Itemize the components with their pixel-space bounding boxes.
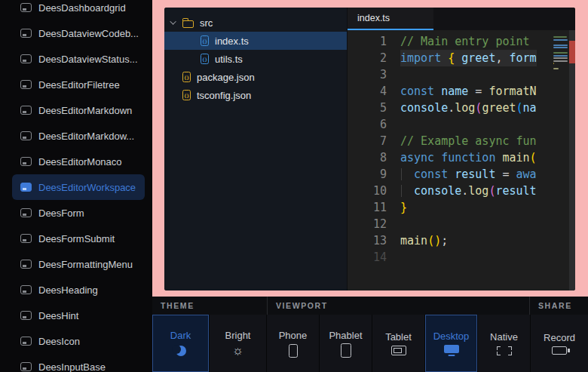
line-number: 10 <box>348 183 387 199</box>
theme-dark-button[interactable]: Dark <box>152 315 210 372</box>
line-number: 14 <box>348 249 387 266</box>
tree-item-package-json[interactable]: {}package.json <box>164 68 347 86</box>
code-token: log <box>455 101 475 115</box>
sidebar-item-deesinputbase[interactable]: DeesInputBase <box>12 354 145 372</box>
sidebar-item-deesdashboardgrid[interactable]: DeesDashboardgrid <box>12 0 145 20</box>
component-sidebar: DeesDashboardgridDeesDataviewCodeb...Dee… <box>0 0 152 372</box>
typescript-file-icon: {} <box>201 35 209 46</box>
json-file-icon: {} <box>182 90 191 100</box>
viewport-desktop-button[interactable]: Desktop <box>425 315 478 372</box>
code-token <box>448 168 455 181</box>
sidebar-item-deesheading[interactable]: DeesHeading <box>12 277 145 303</box>
sidebar-item-deesdataviewstatus[interactable]: DeesDataviewStatus... <box>12 46 145 72</box>
line-number: 8 <box>348 149 387 166</box>
code-token: awa <box>516 168 537 181</box>
minimap-line <box>553 63 554 64</box>
code-token: // Example async fun <box>400 134 537 148</box>
preview-stage: src{}index.ts{}utils.ts{}package.json{}t… <box>152 0 588 297</box>
indent-guide <box>401 168 402 180</box>
viewport-tablet-button[interactable]: Tablet <box>372 315 425 372</box>
sidebar-item-deeshint[interactable]: DeesHint <box>12 303 145 328</box>
code-token: = <box>502 168 509 181</box>
tree-item-tsconfig-json[interactable]: {}tsconfig.json <box>164 86 347 104</box>
code-area: 1// Main entry point2import { greet, for… <box>348 30 575 291</box>
code-text: console.log(result <box>400 183 537 199</box>
minimap[interactable] <box>553 30 569 291</box>
code-token: ( <box>516 101 523 115</box>
tree-item-label: package.json <box>197 72 255 83</box>
component-window-icon <box>20 311 32 320</box>
tree-item-src[interactable]: src <box>164 14 347 32</box>
share-record-button[interactable]: Record <box>531 315 588 372</box>
code-line: 5console.log(greet(na <box>348 100 553 116</box>
sidebar-item-deesform[interactable]: DeesForm <box>12 200 145 226</box>
code-token: const <box>414 168 448 181</box>
minimap-line <box>553 66 568 67</box>
tree-item-index-ts[interactable]: {}index.ts <box>164 32 347 50</box>
sidebar-item-label: DeesEditorWorkspace <box>38 182 136 193</box>
sun-icon <box>231 344 246 358</box>
button-label: Native <box>490 331 518 343</box>
toolbar-section-viewport: VIEWPORT <box>267 297 529 315</box>
sidebar-item-deeseditormonaco[interactable]: DeesEditorMonaco <box>12 149 145 174</box>
sidebar-item-deesdataviewcodeb[interactable]: DeesDataviewCodeb... <box>12 20 145 46</box>
sidebar-item-deeseditormarkdow[interactable]: DeesEditorMarkdow... <box>12 123 145 149</box>
line-number: 2 <box>348 50 387 66</box>
tree-item-utils-ts[interactable]: {}utils.ts <box>164 50 347 68</box>
code-token <box>510 168 516 181</box>
viewport-phablet-button[interactable]: Phablet <box>320 315 372 372</box>
sidebar-item-label: DeesIcon <box>38 336 80 347</box>
code-token: { <box>448 51 455 65</box>
sidebar-item-deesformattingmenu[interactable]: DeesFormattingMenu <box>12 251 145 277</box>
editor-tab-index-ts[interactable]: index.ts <box>348 8 433 30</box>
sidebar-item-deeseditormarkdown[interactable]: DeesEditorMarkdown <box>12 97 145 123</box>
sidebar-item-deeseditorworkspace[interactable]: DeesEditorWorkspace <box>12 174 145 200</box>
code-token: ; <box>441 234 448 247</box>
component-window-icon <box>20 362 32 371</box>
tree-item-label: index.ts <box>215 35 249 47</box>
code-editor[interactable]: 1// Main entry point2import { greet, for… <box>348 30 553 291</box>
sidebar-item-label: DeesEditorMarkdown <box>38 105 132 116</box>
sidebar-item-deeseditorfiletree[interactable]: DeesEditorFiletree <box>12 72 145 97</box>
minimap-line <box>553 36 567 38</box>
button-label: Record <box>544 332 575 343</box>
code-line: 6 <box>348 116 553 133</box>
code-line: 2import { greet, form <box>348 50 553 66</box>
code-token <box>434 151 441 164</box>
sidebar-item-label: DeesEditorMarkdow... <box>38 131 134 142</box>
component-window-icon <box>20 285 32 294</box>
code-token: formatN <box>488 85 536 98</box>
minimap-line <box>553 45 568 46</box>
sidebar-item-deesformsubmit[interactable]: DeesFormSubmit <box>12 226 145 251</box>
code-line: 3 <box>348 66 553 83</box>
minimap-line <box>553 50 568 51</box>
tree-item-label: src <box>200 17 213 29</box>
code-line: 11} <box>348 199 553 216</box>
button-label: Tablet <box>385 331 412 343</box>
code-token: greet <box>461 51 495 65</box>
sidebar-item-label: DeesDataviewCodeb... <box>38 28 139 39</box>
code-token <box>502 51 509 65</box>
theme-bright-button[interactable]: Bright <box>210 315 267 372</box>
code-token: () <box>427 234 441 247</box>
overview-ruler[interactable] <box>569 30 575 291</box>
code-token: na <box>523 101 537 115</box>
app-root: DeesDashboardgridDeesDataviewCodeb...Dee… <box>0 0 588 372</box>
sidebar-item-deesicon[interactable]: DeesIcon <box>12 328 145 354</box>
component-window-icon <box>20 54 32 63</box>
editor-tab-label: index.ts <box>357 13 390 23</box>
viewport-phone-button[interactable]: Phone <box>267 315 320 372</box>
code-token <box>441 51 448 65</box>
code-token <box>400 168 414 181</box>
sidebar-item-label: DeesEditorMonaco <box>38 156 122 168</box>
code-token: form <box>510 51 537 65</box>
toolbar-section-share: SHARE <box>529 297 588 315</box>
sidebar-item-label: DeesDashboardgrid <box>38 2 126 14</box>
code-token: console <box>400 101 448 115</box>
code-token: . <box>448 101 455 115</box>
viewport-native-button[interactable]: Native <box>478 315 531 372</box>
line-number: 3 <box>348 66 387 83</box>
indent-guide <box>401 185 402 197</box>
code-token: . <box>461 184 468 198</box>
chevron-down-icon[interactable] <box>170 18 176 24</box>
